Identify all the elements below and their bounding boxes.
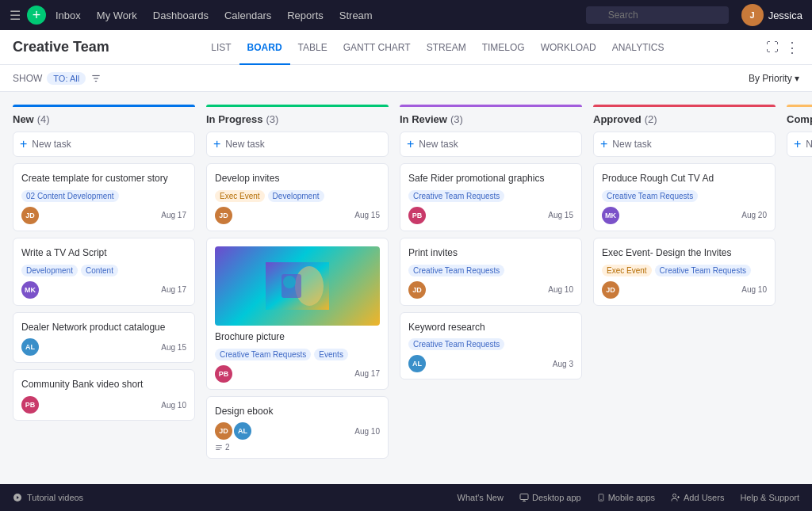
mobile-icon [597,493,605,502]
task-card[interactable]: Brochure pictureCreative Team RequestsEv… [206,238,389,390]
task-tag: Content [81,265,118,276]
task-card[interactable]: Safe Rider promotional graphicsCreative … [400,163,582,231]
task-footer: JDAug 15 [215,207,380,224]
column-header-completed: Completed [787,113,812,125]
filter-left: SHOW TO: All [13,72,102,85]
tab-analytics[interactable]: ANALYTICS [604,31,672,65]
svg-rect-14 [520,494,528,500]
header-icons: ⛶ ⋮ [766,39,799,56]
task-date: Aug 17 [354,369,380,378]
new-task-label: New task [612,139,651,150]
tab-gantt[interactable]: GANTT CHART [335,31,419,65]
sub-header: Creative Team LIST BOARD TABLE GANTT CHA… [0,30,812,65]
add-users[interactable]: Add Users [671,493,724,502]
task-tags: Creative Team Requests [408,190,573,202]
tab-stream[interactable]: STREAM [419,31,474,65]
task-card[interactable]: Dealer Network product catalogueALAug 15 [13,312,195,364]
avatar: MK [21,281,39,299]
plus-icon: + [407,137,414,151]
column-header-inprogress: In Progress (3) [206,113,389,125]
nav-links: Inbox My Work Dashboards Calendars Repor… [56,10,583,21]
task-date: Aug 15 [161,343,186,352]
task-tag: Creative Team Requests [215,349,311,360]
column-title: Completed [787,113,812,125]
new-task-label: New task [225,139,264,150]
tab-table[interactable]: TABLE [290,31,335,65]
mobile-apps[interactable]: Mobile apps [597,493,655,502]
page-title: Creative Team [13,39,109,55]
nav-inbox[interactable]: Inbox [56,10,81,21]
task-card[interactable]: Produce Rough Cut TV AdCreative Team Req… [593,163,776,231]
task-tags: Creative Team Requests [408,338,573,350]
view-tabs: LIST BOARD TABLE GANTT CHART STREAM TIME… [203,30,672,64]
task-tags: Creative Team Requests [602,190,767,202]
filter-bar: SHOW TO: All By Priority ▾ [0,65,812,92]
column-line-completed [787,105,812,107]
nav-reports[interactable]: Reports [287,10,324,21]
nav-my-work[interactable]: My Work [97,10,137,21]
tab-timelog[interactable]: TIMELOG [474,31,533,65]
task-tag: Creative Team Requests [408,190,504,202]
task-card[interactable]: Print invitesCreative Team RequestsJDAug… [400,238,582,306]
task-tags: Creative Team Requests [408,265,573,276]
task-footer: MKAug 17 [21,281,186,299]
task-card[interactable]: Develop invitesExec EventDevelopmentJDAu… [206,163,389,231]
avatar: JD [602,281,619,299]
more-icon[interactable]: ⋮ [785,39,799,56]
filter-icon[interactable] [90,73,102,84]
task-tags: Creative Team RequestsEvents [215,349,380,360]
fullscreen-icon[interactable]: ⛶ [766,40,779,55]
show-label: SHOW [13,73,42,84]
task-tags: Exec EventCreative Team Requests [602,265,767,276]
footer: Tutorial videos What's New Desktop app M… [0,484,812,511]
tutorial-label[interactable]: Tutorial videos [27,493,83,502]
avatar: JD [408,281,426,299]
new-task-button-inreview[interactable]: +New task [400,132,582,157]
nav-calendars[interactable]: Calendars [224,10,271,21]
desktop-app[interactable]: Desktop app [519,493,581,502]
task-footer: JDAug 10 [408,281,573,299]
tab-workload[interactable]: WORKLOAD [533,31,604,65]
avatar: JD [215,422,232,440]
sort-control[interactable]: By Priority ▾ [749,73,799,84]
whats-new[interactable]: What's New [458,493,504,502]
task-card[interactable]: Exec Event- Design the InvitesExec Event… [593,238,776,306]
tab-list[interactable]: LIST [203,31,239,65]
column-title: Approved [593,113,642,125]
new-task-button-approved[interactable]: +New task [593,132,776,157]
new-item-button[interactable]: + [27,6,46,25]
column-line-inreview [400,105,582,107]
new-task-button-completed[interactable]: +New task [787,132,812,157]
task-avatars: JDAL [215,422,251,440]
new-task-button-new[interactable]: +New task [13,132,195,157]
hamburger-icon[interactable]: ☰ [10,8,21,23]
plus-icon: + [600,137,607,151]
task-card[interactable]: Write a TV Ad ScriptDevelopmentContentMK… [13,238,195,306]
task-footer: JDALAug 10 [215,422,380,440]
to-filter[interactable]: TO: All [47,72,86,85]
avatar: JD [215,207,232,224]
new-task-button-inprogress[interactable]: +New task [206,132,389,157]
user-menu[interactable]: J Jessica [741,4,802,26]
tab-board[interactable]: BOARD [239,31,290,65]
nav-stream[interactable]: Stream [339,10,373,21]
nav-dashboards[interactable]: Dashboards [153,10,209,21]
add-user-icon [671,493,680,502]
task-card[interactable]: Create template for customer story02 Con… [13,163,195,231]
task-card[interactable]: Design ebookJDALAug 10 2 [206,396,389,460]
column-approved: Approved (2)+New taskProduce Rough Cut T… [593,105,776,471]
task-tag: Development [21,265,78,276]
avatar: JD [21,207,39,224]
task-date: Aug 17 [161,211,186,219]
avatar: AL [234,422,251,440]
task-date: Aug 10 [354,427,380,436]
help-support[interactable]: Help & Support [740,493,799,502]
footer-left: Tutorial videos [13,493,83,502]
plus-icon: + [213,137,220,151]
column-count: (2) [645,113,657,125]
task-card[interactable]: Keyword researchCreative Team RequestsAL… [400,312,582,380]
task-tag: Creative Team Requests [408,338,504,350]
search-input[interactable] [586,6,729,24]
task-card[interactable]: Community Bank video shortPBAug 10 [13,369,195,421]
avatar: PB [215,365,232,383]
